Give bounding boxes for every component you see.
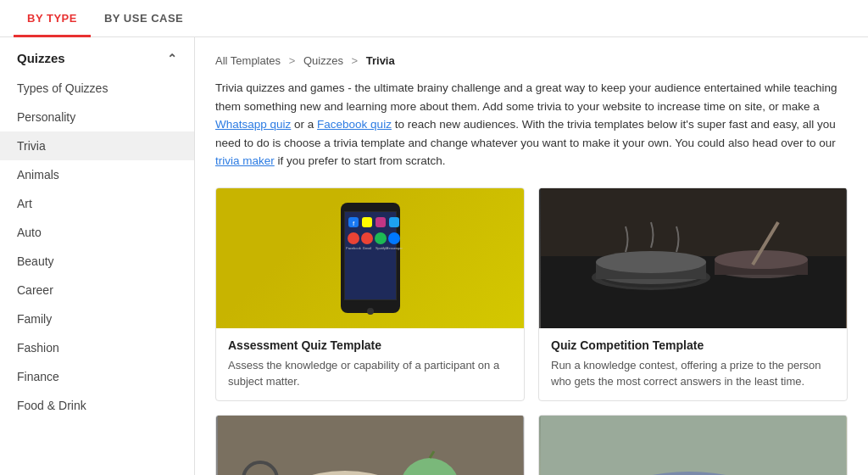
card-image-health [216,416,524,475]
svg-text:Messenger: Messenger [386,246,403,250]
sidebar-item-animals[interactable]: Animals [0,160,194,189]
svg-rect-6 [376,217,386,227]
trivia-maker-link[interactable]: trivia maker [215,154,275,167]
breadcrumb-separator-2: > [352,54,361,67]
svg-rect-5 [362,217,372,227]
breadcrumb-all-templates[interactable]: All Templates [215,54,281,67]
breadcrumb: All Templates > Quizzes > Trivia [215,54,848,67]
card-body-competition: Quiz Competition Template Run a knowledg… [539,328,847,400]
svg-point-9 [361,232,373,244]
card-image-car [539,416,847,475]
card-image-cooking [539,188,847,328]
card-image-phone: f Facebook Gmail Spotify Messenger [216,188,524,328]
sidebar-quizzes-label: Quizzes [17,51,65,65]
svg-text:Spotify: Spotify [375,246,385,250]
sidebar-item-personality[interactable]: Personality [0,103,194,131]
svg-point-16 [367,308,374,315]
whatsapp-quiz-link[interactable]: Whatsapp quiz [215,118,291,131]
sidebar-item-finance[interactable]: Finance [0,362,194,391]
sidebar-item-career[interactable]: Career [0,276,194,305]
card-health[interactable] [215,415,525,475]
top-nav: BY TYPE BY USE CASE [0,0,868,37]
sidebar-item-auto[interactable]: Auto [0,218,194,247]
sidebar-item-fashion[interactable]: Fashion [0,333,194,362]
svg-rect-42 [541,416,846,475]
description-text-2: or a [291,118,317,131]
svg-point-23 [596,251,706,273]
sidebar-quizzes-header[interactable]: Quizzes ⌃ [0,37,194,74]
page-description: Trivia quizzes and games - the ultimate … [215,79,848,170]
sidebar-item-food-drink[interactable]: Food & Drink [0,391,194,420]
card-quiz-competition[interactable]: Quiz Competition Template Run a knowledg… [538,187,848,401]
svg-point-8 [348,232,359,244]
card-desc-assessment: Assess the knowledge or capability of a … [228,357,512,390]
sidebar-item-beauty[interactable]: Beauty [0,247,194,276]
sidebar-item-art[interactable]: Art [0,189,194,218]
sidebar-item-trivia[interactable]: Trivia [0,131,194,160]
main-layout: Quizzes ⌃ Types of Quizzes Personality T… [0,37,868,475]
svg-rect-28 [218,416,523,475]
sidebar: Quizzes ⌃ Types of Quizzes Personality T… [0,37,195,475]
card-body-assessment: Assessment Quiz Template Assess the know… [216,328,524,400]
chevron-up-icon: ⌃ [167,52,177,65]
breadcrumb-quizzes[interactable]: Quizzes [303,54,343,67]
card-desc-competition: Run a knowledge contest, offering a priz… [551,357,835,390]
facebook-quiz-link[interactable]: Facebook quiz [317,118,392,131]
svg-point-10 [375,232,387,244]
description-text-4: if you prefer to start from scratch. [275,154,446,167]
main-content: All Templates > Quizzes > Trivia Trivia … [195,37,868,475]
card-title-assessment: Assessment Quiz Template [228,338,512,352]
breadcrumb-separator-1: > [289,54,298,67]
tab-by-use-case[interactable]: BY USE CASE [91,0,197,37]
breadcrumb-current: Trivia [366,54,395,67]
tab-by-type[interactable]: BY TYPE [14,0,91,37]
card-title-competition: Quiz Competition Template [551,338,835,352]
cards-grid: f Facebook Gmail Spotify Messenger [215,187,848,475]
card-assessment-quiz[interactable]: f Facebook Gmail Spotify Messenger [215,187,525,401]
svg-rect-7 [389,217,399,227]
svg-text:Facebook: Facebook [346,246,361,250]
sidebar-item-types-of-quizzes[interactable]: Types of Quizzes [0,74,194,103]
svg-text:Gmail: Gmail [362,246,371,250]
sidebar-item-family[interactable]: Family [0,305,194,333]
card-car[interactable] [538,415,848,475]
description-text-1: Trivia quizzes and games - the ultimate … [215,81,837,113]
svg-point-11 [388,232,400,244]
